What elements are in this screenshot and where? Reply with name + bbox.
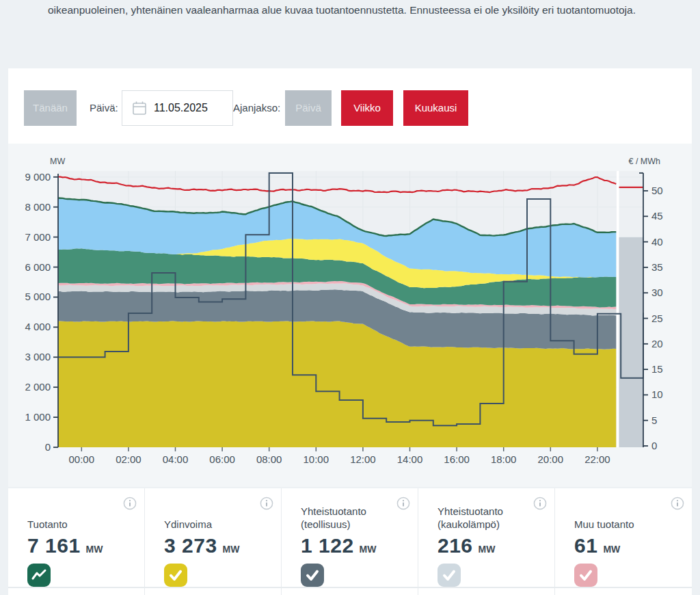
svg-text:20: 20 <box>651 338 663 349</box>
svg-text:15: 15 <box>651 363 663 375</box>
svg-text:5 000: 5 000 <box>25 291 51 302</box>
period-month-button[interactable]: Kuukausi <box>403 90 468 126</box>
svg-text:45: 45 <box>651 210 663 222</box>
info-icon[interactable] <box>396 497 410 510</box>
card-ydinvoima: Ydinvoima 3 273MW <box>145 488 282 587</box>
card-yhteistuotanto-teollisuus: Yhteistuotanto (teollisuus) 1 122MW <box>282 488 418 587</box>
info-icon[interactable] <box>260 497 273 510</box>
svg-text:04:00: 04:00 <box>163 453 189 465</box>
svg-text:10: 10 <box>651 388 663 400</box>
info-icon[interactable] <box>671 497 684 510</box>
card-label: Ydinvoima <box>164 505 264 531</box>
series-checkbox-kaukolampo[interactable] <box>438 564 461 587</box>
svg-text:25: 25 <box>651 313 663 324</box>
card-muu-tuotanto: Muu tuotanto 61MW <box>555 488 692 587</box>
svg-text:9 000: 9 000 <box>25 171 51 183</box>
svg-text:50: 50 <box>651 185 663 196</box>
card-unit: MW <box>479 544 496 555</box>
svg-text:06:00: 06:00 <box>209 453 235 465</box>
calendar-icon <box>132 101 147 116</box>
svg-text:3 000: 3 000 <box>25 351 51 362</box>
controls-panel: Tänään Päivä: 11.05.2025 Ajanjakso: Päiv… <box>8 68 692 144</box>
card-value: 216 <box>438 534 473 557</box>
line-chart-icon[interactable] <box>27 564 51 587</box>
card-unit: MW <box>360 544 377 555</box>
card-unit: MW <box>603 544 620 555</box>
card-unit: MW <box>223 544 240 555</box>
forecast-area <box>619 237 643 447</box>
svg-text:22:00: 22:00 <box>584 453 610 465</box>
intro-text: oikeanpuoleinen, yhtenäinen vaaleanharma… <box>48 3 663 18</box>
card-value: 3 273 <box>164 534 217 557</box>
svg-text:6 000: 6 000 <box>25 261 51 273</box>
svg-text:14:00: 14:00 <box>397 453 423 465</box>
card-value: 61 <box>574 534 597 557</box>
date-input[interactable]: 11.05.2025 <box>122 90 233 126</box>
svg-text:5: 5 <box>651 414 657 426</box>
svg-text:7 000: 7 000 <box>25 231 51 243</box>
series-checkbox-ydinvoima[interactable] <box>164 564 187 587</box>
svg-text:2 000: 2 000 <box>25 381 51 393</box>
svg-text:00:00: 00:00 <box>69 453 95 465</box>
svg-text:08:00: 08:00 <box>256 453 282 465</box>
card-label: Muu tuotanto <box>574 505 674 531</box>
card-yhteistuotanto-kaukolampo: Yhteistuotanto (kaukolämpö) 216MW <box>418 488 555 587</box>
svg-text:20:00: 20:00 <box>538 453 564 465</box>
svg-text:0: 0 <box>45 441 51 453</box>
card-tuotanto: Tuotanto 7 161MW <box>8 488 145 587</box>
svg-text:16:00: 16:00 <box>444 453 470 465</box>
info-icon[interactable] <box>533 497 547 510</box>
period-week-button[interactable]: Viikko <box>341 90 393 126</box>
period-label: Ajanjakso: <box>233 90 280 126</box>
date-value: 11.05.2025 <box>154 102 208 114</box>
stat-cards: Tuotanto 7 161MW Ydinvoima 3 273MW Yhtei… <box>8 488 692 588</box>
production-chart-panel: MW € / MWh 01 0002 0003 0004 0005 0006 0… <box>8 144 692 487</box>
card-value: 7 161 <box>27 534 81 557</box>
svg-text:35: 35 <box>651 261 663 273</box>
series-checkbox-teollisuus[interactable] <box>301 564 324 587</box>
svg-text:02:00: 02:00 <box>116 453 142 465</box>
card-label: Tuotanto <box>27 505 127 531</box>
card-unit: MW <box>86 544 103 555</box>
svg-text:0: 0 <box>651 440 657 451</box>
svg-text:4 000: 4 000 <box>25 321 51 332</box>
svg-text:12:00: 12:00 <box>350 453 376 465</box>
svg-text:30: 30 <box>651 287 663 298</box>
series-checkbox-muu[interactable] <box>574 564 597 587</box>
svg-text:40: 40 <box>651 236 663 248</box>
svg-text:1 000: 1 000 <box>25 411 51 423</box>
card-label: Yhteistuotanto (teollisuus) <box>301 505 401 531</box>
info-icon[interactable] <box>123 497 137 510</box>
svg-text:18:00: 18:00 <box>491 453 517 465</box>
svg-text:8 000: 8 000 <box>25 201 51 213</box>
production-chart[interactable]: 01 0002 0003 0004 0005 0006 0007 0008 00… <box>8 144 692 487</box>
date-label: Päivä: <box>90 90 118 126</box>
svg-text:10:00: 10:00 <box>304 453 329 465</box>
today-button[interactable]: Tänään <box>24 90 77 126</box>
card-label: Yhteistuotanto (kaukolämpö) <box>438 505 537 531</box>
period-day-button[interactable]: Päivä <box>285 90 332 126</box>
card-value: 1 122 <box>301 534 354 557</box>
stat-cards-row2 <box>8 588 692 595</box>
